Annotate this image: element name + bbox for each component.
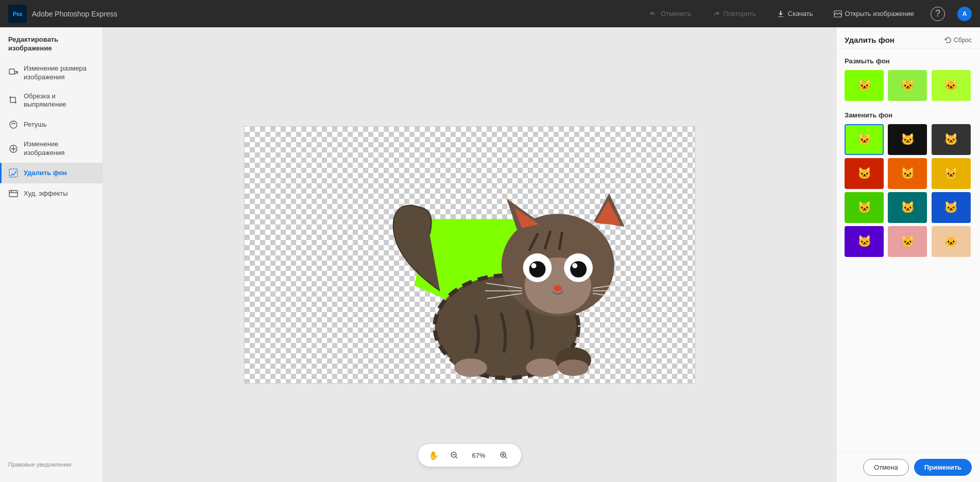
canvas-wrapper — [244, 126, 695, 384]
undo-label: Отменить — [661, 10, 691, 18]
resize-icon — [8, 68, 19, 78]
apply-button[interactable]: Применить — [914, 459, 972, 476]
replace-thumb-black[interactable]: 🐱 — [888, 124, 927, 155]
header-left: Psx Adobe Photoshop Express — [8, 5, 117, 23]
sidebar-item-art-effects-label: Худ. эффекты — [24, 190, 68, 198]
zoom-bar: ✋ 67% — [418, 444, 521, 467]
svg-point-2 — [10, 121, 17, 128]
svg-rect-5 — [9, 191, 18, 197]
blur-thumb-1[interactable]: 🐱 — [845, 70, 884, 101]
blur-section-label: Размыть фон — [845, 57, 972, 65]
cat-illustration — [245, 127, 695, 383]
svg-point-24 — [554, 285, 562, 291]
svg-line-39 — [456, 457, 457, 458]
blur-thumb-2[interactable]: 🐱 — [888, 70, 927, 101]
zoom-in-icon — [500, 451, 508, 459]
replace-thumb-purple[interactable]: 🐱 — [845, 226, 884, 257]
svg-point-21 — [570, 261, 587, 277]
sidebar-item-retouch-label: Ретушь — [24, 120, 47, 129]
sidebar-item-resize-label: Изменение размераизображения — [24, 64, 87, 82]
sidebar-item-adjust[interactable]: Изменениеизображения — [0, 135, 102, 163]
undo-icon — [649, 10, 658, 18]
canvas-area: ✋ 67% — [103, 27, 836, 482]
replace-thumb-teal[interactable]: 🐱 — [888, 192, 927, 223]
reset-label: Сброс — [954, 37, 972, 44]
svg-point-36 — [558, 359, 589, 376]
sidebar: Редактировать изображение Изменение разм… — [0, 27, 103, 482]
open-image-label: Открыть изображение — [845, 10, 914, 18]
svg-point-22 — [531, 263, 536, 268]
svg-line-43 — [505, 457, 507, 458]
replace-thumbnails: 🐱 🐱 🐱 🐱 🐱 🐱 🐱 🐱 🐱 🐱 🐱 🐱 — [845, 124, 972, 257]
image-canvas[interactable] — [244, 126, 695, 384]
redo-icon — [712, 10, 720, 18]
art-effects-icon — [8, 188, 19, 199]
zoom-out-button[interactable] — [447, 448, 461, 462]
replace-thumb-orange[interactable]: 🐱 — [888, 158, 927, 189]
crop-icon — [8, 95, 19, 106]
svg-rect-1 — [9, 69, 14, 74]
replace-thumb-darkgray[interactable]: 🐱 — [932, 124, 971, 155]
remove-bg-icon — [8, 168, 19, 178]
cancel-button[interactable]: Отмена — [863, 459, 909, 476]
user-avatar[interactable]: A — [957, 7, 972, 21]
redo-button[interactable]: Повторить — [708, 8, 760, 20]
svg-point-32 — [454, 358, 487, 377]
sidebar-item-art-effects[interactable]: Худ. эффекты — [0, 183, 102, 204]
legal-notice-link[interactable]: Правовые уведомления — [0, 455, 102, 474]
download-button[interactable]: Скачать — [772, 8, 817, 20]
adjust-icon — [8, 144, 19, 154]
blur-thumbnails: 🐱 🐱 🐱 — [845, 70, 972, 101]
redo-label: Повторить — [723, 10, 755, 18]
right-panel-body: Размыть фон 🐱 🐱 🐱 Заменить фон 🐱 🐱 🐱 🐱 🐱… — [836, 49, 980, 276]
zoom-value: 67% — [470, 452, 488, 459]
svg-point-20 — [529, 261, 545, 277]
right-panel-title: Удалить фон — [845, 36, 895, 44]
hand-tool-icon[interactable]: ✋ — [428, 451, 439, 460]
replace-thumb-peach[interactable]: 🐱 — [932, 226, 971, 257]
replace-section-label: Заменить фон — [845, 111, 972, 119]
replace-thumb-green[interactable]: 🐱 — [845, 124, 884, 155]
open-image-button[interactable]: Открыть изображение — [830, 8, 918, 20]
download-icon — [777, 10, 785, 18]
retouch-icon — [8, 119, 19, 130]
app-logo: Psx — [8, 5, 27, 23]
sidebar-item-remove-bg-label: Удалить фон — [24, 169, 67, 178]
main-layout: Редактировать изображение Изменение разм… — [0, 27, 980, 482]
sidebar-section-title: Редактировать изображение — [0, 36, 102, 59]
app-name: Adobe Photoshop Express — [32, 10, 117, 18]
open-image-icon — [834, 10, 842, 18]
sidebar-item-adjust-label: Изменениеизображения — [24, 140, 65, 158]
sidebar-item-crop-label: Обрезка ивыпрямление — [24, 92, 66, 110]
svg-point-34 — [526, 358, 559, 377]
replace-thumb-yellow[interactable]: 🐱 — [932, 158, 971, 189]
undo-button[interactable]: Отменить — [645, 8, 695, 20]
zoom-out-icon — [450, 451, 458, 459]
right-panel: Удалить фон Сброс Размыть фон 🐱 🐱 🐱 Заме… — [836, 27, 980, 482]
right-panel-footer: Отмена Применить — [836, 452, 980, 482]
header-right: Отменить Повторить Скачать Открыть изобр… — [645, 7, 972, 21]
reset-button[interactable]: Сброс — [944, 37, 972, 44]
zoom-in-button[interactable] — [496, 448, 511, 462]
replace-thumb-pink[interactable]: 🐱 — [888, 226, 927, 257]
replace-thumb-red[interactable]: 🐱 — [845, 158, 884, 189]
reset-icon — [944, 37, 952, 44]
sidebar-item-crop[interactable]: Обрезка ивыпрямление — [0, 87, 102, 115]
right-panel-header: Удалить фон Сброс — [836, 27, 980, 49]
sidebar-item-retouch[interactable]: Ретушь — [0, 114, 102, 135]
replace-thumb-lime[interactable]: 🐱 — [845, 192, 884, 223]
blur-thumb-3[interactable]: 🐱 — [932, 70, 971, 101]
sidebar-item-resize[interactable]: Изменение размераизображения — [0, 59, 102, 87]
svg-point-23 — [572, 263, 577, 268]
sidebar-item-remove-bg[interactable]: Удалить фон — [0, 163, 102, 183]
app-header: Psx Adobe Photoshop Express Отменить Пов… — [0, 0, 980, 27]
download-label: Скачать — [788, 10, 813, 18]
replace-thumb-blue[interactable]: 🐱 — [932, 192, 971, 223]
help-button[interactable]: ? — [931, 7, 945, 21]
